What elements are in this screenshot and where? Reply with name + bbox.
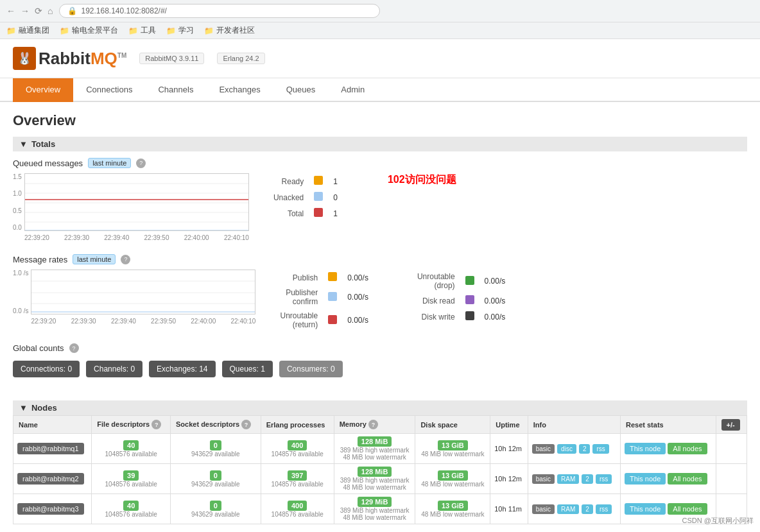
node-name-cell: rabbit@rabbitmq3: [13, 494, 92, 524]
stat-row-unroutable-drop: Unroutable(drop) 0.00/s: [412, 270, 510, 293]
consumers-badge[interactable]: Consumers: 0: [279, 361, 343, 377]
plus-minus-btn[interactable]: +/-: [721, 419, 740, 431]
rates-help-icon[interactable]: ?: [121, 255, 130, 264]
info-tag[interactable]: rss: [592, 444, 609, 454]
stat-row-unroutable-return: Unroutable(return) 0.00/s: [275, 309, 373, 332]
nodes-section-header[interactable]: ▼ Nodes: [13, 400, 747, 415]
socket-desc-cell: 0 943629 available: [171, 494, 261, 524]
tab-connections[interactable]: Connections: [73, 78, 145, 102]
reset-all-nodes-btn[interactable]: All nodes: [668, 503, 707, 515]
disk-sub: 48 MiB low watermark: [419, 481, 486, 488]
node-name[interactable]: rabbit@rabbitmq2: [17, 473, 84, 485]
connections-badge[interactable]: Connections: 0: [13, 361, 80, 377]
queued-chart-svg: [24, 173, 249, 231]
socket-desc-value: 0: [210, 440, 221, 450]
stat-color-pub-confirm: [323, 286, 342, 309]
totals-arrow: ▼: [19, 139, 28, 149]
erlang-badge: Erlang 24.2: [217, 53, 264, 64]
stat-color-unroutable-drop: [460, 270, 479, 293]
stat-label-unacked: Unacked: [268, 189, 309, 205]
uptime-cell: 10h 12m: [490, 434, 528, 464]
file-desc-cell: 39 1048576 available: [92, 464, 171, 494]
info-tag[interactable]: rss: [596, 504, 612, 514]
queues-badge[interactable]: Queues: 1: [222, 361, 273, 377]
exchanges-badge[interactable]: Exchanges: 14: [149, 361, 215, 377]
queued-chart-svg-wrap: 22:39:2022:39:3022:39:4022:39:5022:40:00…: [24, 173, 249, 241]
info-tag[interactable]: 2: [579, 444, 591, 454]
rates-chart-and-stats: 1.0 /s 0.0 /s 22:39:2022:39:302: [13, 270, 747, 332]
back-icon[interactable]: ←: [6, 6, 15, 16]
memory-cell: 128 MiB 389 MiB high watermark 48 MiB lo…: [334, 434, 415, 464]
page-title: Overview: [13, 112, 747, 129]
rates-time-filter-badge[interactable]: last minute: [73, 254, 116, 264]
info-tag[interactable]: basic: [532, 474, 555, 484]
bookmark-3[interactable]: 📁 工具: [128, 25, 156, 36]
node-name[interactable]: rabbit@rabbitmq1: [17, 443, 84, 454]
table-row: rabbit@rabbitmq2 39 1048576 available 0 …: [13, 464, 747, 494]
erlang-proc-avail: 1048576 available: [265, 450, 330, 458]
info-tag[interactable]: RAM: [557, 474, 579, 484]
memory-low: 48 MiB low watermark: [338, 454, 411, 461]
memory-value: 128 MiB: [358, 436, 392, 447]
queued-help-icon[interactable]: ?: [136, 159, 146, 168]
info-tag[interactable]: basic: [532, 504, 555, 514]
reset-this-node-btn[interactable]: This node: [625, 443, 666, 454]
stat-label-disk-write: Disk write: [412, 309, 460, 325]
forward-icon[interactable]: →: [21, 6, 30, 16]
tab-channels[interactable]: Channels: [145, 78, 206, 102]
erlang-proc-avail: 1048576 available: [265, 481, 330, 488]
info-tag[interactable]: 2: [582, 474, 593, 484]
reset-stats-cell: This node All nodes: [620, 434, 716, 464]
totals-section-header[interactable]: ▼ Totals: [13, 137, 747, 151]
refresh-icon[interactable]: ⟳: [35, 6, 42, 16]
stat-value-unroutable-drop: 0.00/s: [479, 270, 511, 293]
node-name[interactable]: rabbit@rabbitmq3: [17, 503, 84, 515]
reset-all-nodes-btn[interactable]: All nodes: [668, 473, 707, 485]
memory-sub: 389 MiB high watermark: [338, 447, 411, 454]
stat-row-ready: Ready 1: [268, 173, 343, 189]
reset-all-nodes-btn[interactable]: All nodes: [668, 443, 707, 454]
stat-color-disk-write: [460, 309, 479, 325]
logo-text: RabbitMQTM: [39, 49, 126, 69]
global-counts-help[interactable]: ?: [69, 343, 79, 353]
info-tag[interactable]: rss: [596, 474, 612, 484]
reset-this-node-btn[interactable]: This node: [625, 473, 666, 485]
bookmark-1[interactable]: 📁 融通集团: [6, 25, 49, 36]
bookmark-2[interactable]: 📁 输电全景平台: [60, 25, 118, 36]
stat-row-disk-read: Disk read 0.00/s: [412, 293, 510, 309]
bookmark-4[interactable]: 📁 学习: [166, 25, 194, 36]
info-tag[interactable]: disc: [557, 444, 576, 454]
time-filter-badge[interactable]: last minute: [88, 158, 131, 168]
logo-icon: 🐰: [13, 47, 36, 70]
message-rates-area: Message rates last minute ? 1.0 /s 0.0 /…: [13, 248, 747, 338]
col-reset-stats: Reset stats: [620, 416, 716, 434]
stat-value-publish: 0.00/s: [342, 270, 374, 286]
uptime-cell: 10h 12m: [490, 464, 528, 494]
tab-admin[interactable]: Admin: [328, 78, 377, 102]
info-tags: basicdisc2rss: [532, 444, 616, 454]
bookmark-5[interactable]: 📁 开发者社区: [204, 25, 255, 36]
memory-value: 129 MiB: [358, 497, 392, 507]
tab-exchanges[interactable]: Exchanges: [206, 78, 273, 102]
file-desc-value: 39: [123, 470, 139, 481]
file-desc-avail: 1048576 available: [96, 450, 166, 458]
col-erlang-proc: Erlang processes: [261, 416, 334, 434]
address-bar[interactable]: 🔒 192.168.140.102:8082/#/: [59, 4, 380, 18]
stat-color-disk-read: [460, 293, 479, 309]
info-tag[interactable]: RAM: [557, 504, 579, 514]
info-tag[interactable]: basic: [532, 444, 555, 454]
disk-value: 13 GiB: [438, 501, 468, 511]
disk-cell: 13 GiB 48 MiB low watermark: [415, 494, 490, 524]
reset-this-node-btn[interactable]: This node: [625, 503, 666, 515]
erlang-proc-value: 400: [288, 440, 307, 450]
tab-overview[interactable]: Overview: [13, 78, 73, 102]
info-tag[interactable]: 2: [582, 504, 593, 514]
memory-cell: 129 MiB 389 MiB high watermark 48 MiB lo…: [334, 494, 415, 524]
app-header: 🐰 RabbitMQTM RabbitMQ 3.9.11 Erlang 24.2: [0, 39, 760, 78]
tab-queues[interactable]: Queues: [273, 78, 329, 102]
channels-badge[interactable]: Channels: 0: [86, 361, 142, 377]
annotation-text: 102访问没问题: [388, 173, 456, 187]
info-cell: basicdisc2rss: [528, 434, 620, 464]
erlang-proc-value: 397: [288, 470, 307, 481]
home-icon[interactable]: ⌂: [48, 6, 53, 16]
